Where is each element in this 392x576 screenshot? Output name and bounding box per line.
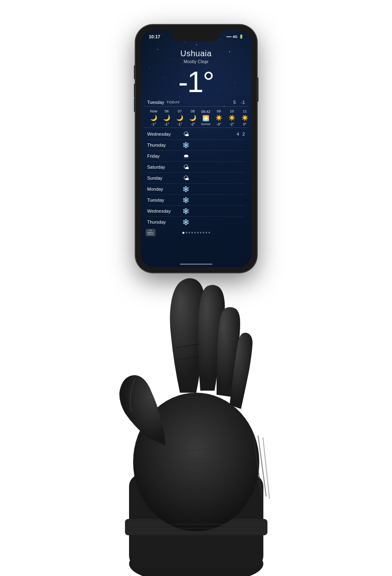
page-dot-active <box>182 232 184 234</box>
page-dots <box>182 232 210 234</box>
page-dot <box>200 232 201 233</box>
home-indicator <box>180 264 212 265</box>
hour-now: Now 🌙 -1° <box>147 109 160 126</box>
forecast-wednesday-2: Wednesday ❄️ <box>147 206 245 217</box>
status-icons: ▪▪▪▪ 4G 🔋 <box>226 35 243 39</box>
forecast-thursday-1: Thursday ❄️ <box>147 140 245 151</box>
signal-icon: ▪▪▪▪ <box>226 35 232 39</box>
forecast-thursday-2: Thursday ❄️ <box>147 217 245 227</box>
network-type: 4G <box>232 35 237 39</box>
phone-frame: 10:17 ▪▪▪▪ 4G 🔋 Ushuaia Mostly Clear -1° <box>135 24 257 273</box>
hour-11: 11 ☀️ 0° <box>239 109 252 126</box>
hourly-section: Now 🌙 -1° 06 🌙 -1° 07 🌙 -1° <box>143 106 249 128</box>
weather-channel-logo: TheWeatherChannel <box>146 229 155 236</box>
page-dot <box>191 232 193 233</box>
hour-06: 06 🌙 -1° <box>160 109 173 126</box>
city-name: Ushuaia <box>141 49 252 58</box>
phone-wrapper: 10:17 ▪▪▪▪ 4G 🔋 Ushuaia Mostly Clear -1° <box>135 24 257 273</box>
today-tag: TODAY <box>166 100 180 104</box>
page-dot <box>194 232 196 233</box>
page-dot <box>206 232 207 233</box>
condition: Mostly Clear <box>141 59 252 64</box>
hour-08: 08 🌙 -2° <box>186 109 199 126</box>
forecast-tuesday: Tuesday ❄️ <box>147 195 245 206</box>
today-label: Tuesday TODAY <box>147 100 180 105</box>
page-dot <box>197 232 199 233</box>
hourly-row: Now 🌙 -1° 06 🌙 -1° 07 🌙 -1° <box>147 107 245 128</box>
forecast-section: Wednesday 🌤 42 Thursday ❄️ Friday 🌧 <box>141 129 252 227</box>
scene: 10:17 ▪▪▪▪ 4G 🔋 Ushuaia Mostly Clear -1° <box>0 0 392 576</box>
page-dot <box>203 232 204 233</box>
page-dot <box>208 232 210 233</box>
weather-main: Ushuaia Mostly Clear -1° <box>141 41 252 97</box>
page-dot <box>186 232 187 233</box>
notch <box>172 30 221 41</box>
phone-bottom: TheWeatherChannel <box>141 227 252 237</box>
today-row: Tuesday TODAY 5 -1 <box>141 97 252 106</box>
page-dot <box>188 232 190 233</box>
temperature: -1° <box>141 67 252 97</box>
today-low: -1 <box>241 100 245 105</box>
today-temps: 5 -1 <box>233 100 245 105</box>
forecast-wednesday-1: Wednesday 🌤 42 <box>147 129 245 140</box>
forecast-sunday: Sunday 🌤 <box>147 173 245 184</box>
svg-line-8 <box>263 437 269 499</box>
hour-09: 09 ☀️ -3° <box>212 109 226 126</box>
day-name: Tuesday <box>147 100 164 105</box>
hour-sunrise: 08:42 🌅 Sunrise <box>199 110 212 126</box>
hour-10: 10 ☀️ -2° <box>226 109 239 126</box>
status-time: 10:17 <box>149 34 160 39</box>
phone-screen: 10:17 ▪▪▪▪ 4G 🔋 Ushuaia Mostly Clear -1° <box>141 30 252 267</box>
battery-icon: 🔋 <box>239 35 243 39</box>
forecast-monday: Monday ❄️ <box>147 184 245 195</box>
forecast-friday: Friday 🌧 <box>147 151 245 162</box>
hour-07: 07 🌙 -1° <box>173 109 186 126</box>
forecast-saturday: Saturday 🌤 <box>147 162 245 173</box>
today-high: 5 <box>233 100 236 105</box>
